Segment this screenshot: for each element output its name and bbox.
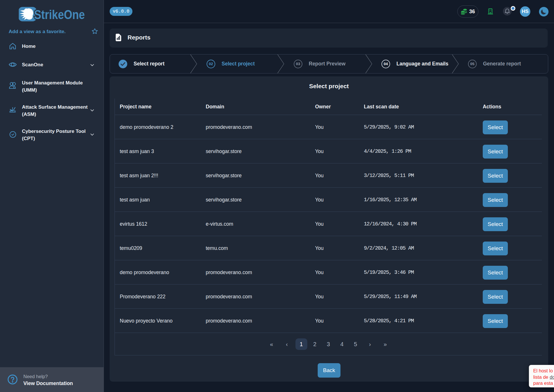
svg-text:StrikeOne: StrikeOne xyxy=(34,7,85,22)
